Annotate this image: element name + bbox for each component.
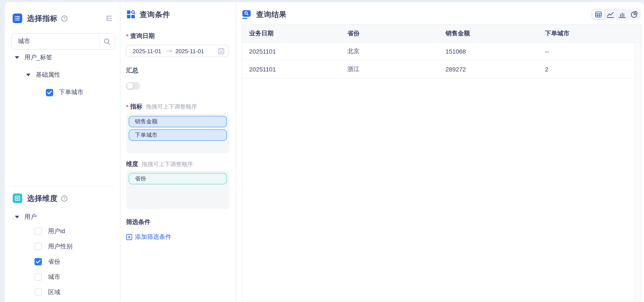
collapse-sidebar-icon[interactable] bbox=[105, 15, 113, 22]
checkbox-checked[interactable] bbox=[34, 258, 42, 265]
dim-item-label: 城市 bbox=[48, 273, 60, 281]
checkbox-unchecked[interactable] bbox=[34, 289, 42, 296]
cell-province: 北京 bbox=[340, 43, 438, 60]
dim-item-label: 用户id bbox=[48, 227, 65, 235]
dim-item-user-id[interactable]: 用户id bbox=[5, 224, 120, 239]
dimensions-label: 维度 bbox=[126, 160, 138, 168]
query-results-panel: 查询结果 业务 bbox=[236, 2, 644, 302]
metrics-selector-title: 选择指标 bbox=[27, 13, 58, 23]
drag-hint: 拖拽可上下调整顺序 bbox=[146, 103, 197, 111]
cell-order-city: 2 bbox=[538, 60, 641, 78]
date-start-value[interactable]: 2025-11-01 bbox=[133, 48, 166, 54]
add-filter-label: 添加筛选条件 bbox=[135, 233, 172, 241]
metric-chip-sales-amount[interactable]: 销售金额 bbox=[129, 116, 227, 127]
caret-down-icon[interactable] bbox=[26, 74, 30, 76]
query-results-title: 查询结果 bbox=[256, 9, 287, 19]
tree-node-label: 用户_标签 bbox=[24, 54, 52, 61]
tree-node-label: 用户 bbox=[24, 213, 37, 221]
table-row[interactable]: 20251101 浙江 289272 2 bbox=[242, 60, 641, 78]
required-marker: * bbox=[126, 103, 128, 110]
query-conditions-icon bbox=[126, 10, 135, 19]
chart-type-bar-button[interactable] bbox=[616, 10, 628, 19]
dim-item-province[interactable]: 省份 bbox=[5, 254, 120, 269]
tree-leaf-order-city[interactable]: 下单城市 bbox=[5, 86, 120, 99]
cell-business-date: 20251101 bbox=[242, 60, 340, 78]
metrics-label-row: * 指标 拖拽可上下调整顺序 bbox=[126, 102, 236, 111]
summary-label-row: 汇总 bbox=[126, 66, 236, 75]
line-chart-icon bbox=[606, 11, 614, 18]
selector-sidebar: 选择指标 ? 用户_标签 bbox=[5, 2, 120, 302]
table-chart-icon bbox=[595, 11, 602, 18]
column-header[interactable]: 业务日期 bbox=[242, 25, 340, 42]
tree-node-basic-attrs[interactable]: 基础属性 bbox=[5, 68, 120, 81]
metrics-tree: 用户_标签 基础属性 下单城市 bbox=[5, 51, 120, 99]
add-filter-link[interactable]: 添加筛选条件 bbox=[126, 233, 236, 242]
checkbox-unchecked[interactable] bbox=[34, 273, 42, 281]
plus-square-icon bbox=[126, 234, 132, 240]
search-icon bbox=[104, 38, 111, 45]
svg-text:?: ? bbox=[63, 196, 66, 201]
tree-node-user[interactable]: 用户 bbox=[5, 211, 120, 224]
pie-chart-icon bbox=[630, 10, 638, 18]
tree-node-user-tag[interactable]: 用户_标签 bbox=[5, 51, 120, 64]
metrics-panel-icon bbox=[13, 13, 22, 23]
column-header[interactable]: 销售金额 bbox=[438, 25, 538, 42]
chart-type-table-button[interactable] bbox=[592, 10, 604, 19]
sidebar-divider bbox=[11, 186, 114, 187]
date-end-value[interactable]: 2025-11-01 bbox=[176, 48, 208, 54]
query-conditions-header: 查询条件 bbox=[126, 9, 236, 19]
query-date-label: 查询日期 bbox=[130, 32, 155, 40]
caret-down-icon[interactable] bbox=[15, 216, 19, 218]
dimensions-selector-header: 选择维度 ? bbox=[13, 194, 113, 203]
results-table-header: 业务日期 省份 销售金额 下单城市 bbox=[242, 25, 641, 43]
dimensions-help-icon[interactable]: ? bbox=[61, 195, 68, 202]
checkbox-unchecked[interactable] bbox=[34, 228, 42, 235]
table-row[interactable]: 20251101 北京 151068 -- bbox=[242, 43, 641, 60]
metric-search bbox=[11, 33, 115, 50]
dim-item-city[interactable]: 城市 bbox=[5, 269, 120, 285]
column-header[interactable]: 下单城市 bbox=[538, 25, 641, 42]
dimensions-label-row: 维度 拖拽可上下调整顺序 bbox=[126, 160, 236, 169]
dim-item-user-gender[interactable]: 用户性别 bbox=[5, 239, 120, 254]
dimensions-selector-title: 选择维度 bbox=[27, 193, 58, 203]
dim-item-region[interactable]: 区域 bbox=[5, 285, 120, 300]
table-scrollbar-track[interactable] bbox=[634, 43, 641, 301]
date-range-picker[interactable]: 2025-11-01 2025-11-01 bbox=[126, 45, 229, 57]
filter-label-row: 筛选条件 bbox=[126, 218, 236, 227]
metric-chip-order-city[interactable]: 下单城市 bbox=[129, 129, 227, 141]
chart-type-line-button[interactable] bbox=[604, 10, 616, 19]
caret-down-icon[interactable] bbox=[15, 56, 19, 59]
bar-chart-icon bbox=[618, 11, 626, 18]
column-header[interactable]: 省份 bbox=[340, 25, 438, 42]
dimension-chips-container: 省份 bbox=[126, 170, 230, 209]
chart-type-pie-button[interactable] bbox=[628, 10, 640, 19]
dim-item-label: 区域 bbox=[48, 288, 60, 296]
metrics-label: 指标 bbox=[130, 103, 142, 111]
cell-order-city: -- bbox=[538, 43, 641, 60]
drag-hint: 拖拽可上下调整顺序 bbox=[142, 160, 193, 168]
dimensions-panel-icon bbox=[13, 194, 22, 203]
dimension-chip-province[interactable]: 省份 bbox=[129, 173, 227, 184]
dimensions-tree: 用户 用户id 用户性别 省份 城市 bbox=[5, 211, 120, 300]
search-input[interactable] bbox=[12, 38, 99, 45]
checkbox-checked[interactable] bbox=[46, 89, 53, 96]
calendar-icon[interactable] bbox=[218, 47, 225, 55]
toggle-knob bbox=[127, 83, 133, 89]
cell-province: 浙江 bbox=[340, 60, 438, 78]
metric-chips-container: 销售金额 下单城市 bbox=[126, 113, 230, 153]
metrics-help-icon[interactable]: ? bbox=[61, 15, 68, 21]
summary-toggle[interactable] bbox=[126, 82, 140, 90]
checkbox-unchecked[interactable] bbox=[34, 243, 42, 250]
query-results-header: 查询结果 bbox=[242, 9, 641, 19]
search-button[interactable] bbox=[100, 33, 115, 49]
main-card: 选择指标 ? 用户_标签 bbox=[5, 2, 644, 302]
required-marker: * bbox=[126, 33, 128, 40]
metrics-selector-header: 选择指标 ? bbox=[13, 13, 113, 23]
dim-item-label: 用户性别 bbox=[48, 243, 72, 250]
query-conditions-panel: 查询条件 * 查询日期 2025-11-01 2025-11-01 汇总 bbox=[120, 2, 236, 302]
chart-type-switcher bbox=[591, 9, 641, 20]
app-root: 选择指标 ? 用户_标签 bbox=[0, 0, 644, 302]
cell-sales-amount: 151068 bbox=[438, 43, 538, 60]
cell-sales-amount: 289272 bbox=[438, 60, 538, 78]
filter-label: 筛选条件 bbox=[126, 218, 150, 226]
